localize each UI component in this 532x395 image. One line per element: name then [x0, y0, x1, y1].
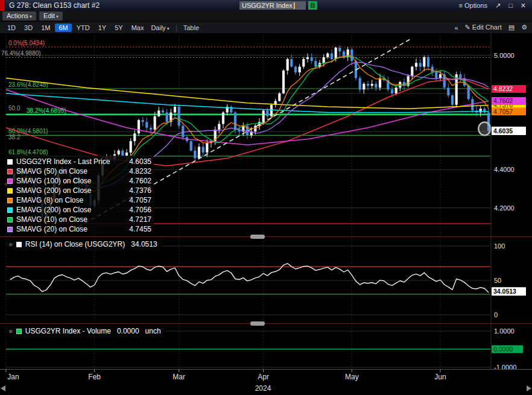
svg-text:100: 100 [494, 242, 505, 250]
svg-text:May: May [345, 373, 359, 381]
maximize-icon[interactable]: □ [508, 2, 513, 9]
legend-value: 4.7217 [124, 215, 151, 224]
svg-text:2024: 2024 [255, 384, 271, 393]
volume-panel-header[interactable]: ≡ USGG2YR Index - Volume 0.0000 unch [5, 326, 165, 337]
period-dropdown[interactable]: Daily▾ [147, 24, 173, 32]
svg-text:61.8%(4.4708): 61.8%(4.4708) [8, 149, 48, 156]
edit-chart-button[interactable]: ✎ Edit Chart [465, 24, 502, 31]
collapse-icon[interactable]: « [454, 24, 458, 31]
svg-text:Jun: Jun [434, 373, 446, 381]
svg-text:4.7602: 4.7602 [493, 97, 513, 104]
svg-text:38.2: 38.2 [8, 134, 21, 141]
window-title: G 278: Clean G153 chart #2 [9, 1, 100, 10]
legend-label: EMAVG (8) on Close [16, 196, 83, 204]
drag-handle-icon[interactable]: ≡ [9, 241, 13, 248]
svg-text:Feb: Feb [88, 373, 101, 381]
popout-icon[interactable]: ↗ [495, 2, 501, 10]
legend-label: EMAVG (200) on Close [16, 206, 92, 214]
svg-text:50.0: 50.0 [8, 105, 21, 112]
range-ytd[interactable]: YTD [73, 24, 93, 32]
legend-swatch [7, 169, 13, 174]
svg-text:5.0000: 5.0000 [494, 52, 515, 59]
legend-label: SMAVG (20) on Close [16, 225, 87, 233]
legend-row[interactable]: EMAVG (8) on Close4.7057 [7, 195, 151, 205]
security-input[interactable]: USGG2YR Index [239, 1, 306, 10]
legend-value: 4.7602 [124, 177, 151, 185]
settings-gear-icon[interactable]: ⚙ [521, 24, 527, 31]
legend-swatch [7, 217, 13, 223]
annotate-icon[interactable]: ▤ [508, 24, 515, 31]
svg-text:0.0%(5.0434): 0.0%(5.0434) [8, 40, 45, 46]
drag-handle-icon[interactable]: ≡ [9, 328, 13, 335]
chart-legend[interactable]: USGG2YR Index - Last Price4.6035SMAVG (5… [5, 156, 154, 235]
chevron-down-icon: ▾ [30, 14, 32, 19]
legend-value: 4.8232 [124, 167, 151, 175]
legend-label: SMAVG (100) on Close [16, 177, 92, 185]
toolbar-divider: | [176, 24, 177, 31]
rsi-label: RSI (14) on Close (USGG2YR) [25, 240, 125, 248]
rsi-swatch [16, 242, 22, 247]
legend-swatch [7, 179, 13, 184]
svg-text:4.7057: 4.7057 [493, 108, 513, 115]
svg-text:4.2000: 4.2000 [494, 204, 515, 212]
range-6m[interactable]: 6M [55, 24, 71, 32]
security-input-value: USGG2YR Index [242, 2, 293, 9]
legend-value: 4.6035 [124, 157, 151, 166]
range-1d[interactable]: 1D [4, 24, 19, 32]
legend-label: SMAVG (200) on Close [16, 186, 92, 195]
legend-row[interactable]: SMAVG (50) on Close4.8232 [7, 166, 151, 176]
svg-text:4.4000: 4.4000 [494, 166, 515, 173]
chart-toolbar: 1D3D1M6MYTD1Y5YMax Daily▾ | Table « ✎ Ed… [0, 22, 532, 33]
range-1m[interactable]: 1M [37, 24, 54, 32]
chevron-down-icon: ▾ [56, 14, 59, 19]
svg-text:1.0000: 1.0000 [494, 327, 515, 335]
window-titlebar: G 278: Clean G153 chart #2 USGG2YR Index… [0, 0, 532, 11]
menu-icon: ≡ [459, 2, 463, 9]
close-icon[interactable]: ✕ [521, 2, 526, 10]
volume-swatch [16, 329, 22, 334]
legend-value: 4.7057 [124, 196, 151, 204]
legend-row[interactable]: EMAVG (200) on Close4.7056 [7, 205, 151, 215]
volume-label: USGG2YR Index - Volume [25, 327, 111, 335]
svg-text:Apr: Apr [258, 373, 269, 381]
legend-row[interactable]: USGG2YR Index - Last Price4.6035 [7, 157, 151, 166]
range-3d[interactable]: 3D [21, 24, 36, 32]
legend-value: 4.7376 [124, 186, 151, 195]
legend-swatch [7, 159, 13, 165]
rsi-panel-header[interactable]: ≡ RSI (14) on Close (USGG2YR) 34.0513 [5, 239, 162, 250]
edit-menu[interactable]: Edit▾ [39, 11, 63, 21]
volume-change: unch [145, 327, 161, 335]
pencil-icon: ✎ [465, 24, 470, 31]
legend-swatch [7, 188, 13, 194]
svg-text:0: 0 [494, 311, 498, 318]
legend-value: 4.7056 [124, 206, 151, 214]
legend-swatch [7, 227, 13, 232]
menu-bar: Actions▾ Edit▾ [0, 11, 532, 22]
source-button[interactable]: B [308, 1, 317, 10]
range-5y[interactable]: 5Y [111, 24, 126, 32]
legend-row[interactable]: SMAVG (100) on Close4.7602 [7, 176, 151, 186]
actions-menu[interactable]: Actions▾ [2, 11, 36, 21]
legend-row[interactable]: SMAVG (20) on Close4.7455 [7, 224, 151, 234]
range-1y[interactable]: 1Y [95, 24, 110, 32]
svg-text:-1.0000: -1.0000 [494, 364, 516, 371]
svg-text:4.6035: 4.6035 [493, 127, 513, 134]
svg-text:34.0513: 34.0513 [493, 288, 516, 295]
svg-text:50: 50 [494, 277, 501, 284]
table-button[interactable]: Table [180, 24, 203, 32]
svg-text:Mar: Mar [173, 373, 185, 381]
legend-value: 4.7455 [124, 225, 151, 233]
range-max[interactable]: Max [128, 24, 148, 32]
legend-row[interactable]: SMAVG (10) on Close4.7217 [7, 215, 151, 224]
window-accent [0, 0, 4, 11]
legend-swatch [7, 198, 13, 203]
text-cursor [294, 2, 295, 9]
rsi-value: 34.0513 [131, 240, 157, 248]
svg-text:0.0000: 0.0000 [493, 346, 513, 353]
legend-label: USGG2YR Index - Last Price [16, 157, 110, 166]
legend-swatch [7, 207, 13, 213]
volume-value: 0.0000 [117, 327, 139, 335]
options-menu[interactable]: ≡ Options [459, 2, 487, 9]
legend-label: SMAVG (10) on Close [16, 215, 87, 224]
legend-row[interactable]: SMAVG (200) on Close4.7376 [7, 186, 151, 195]
